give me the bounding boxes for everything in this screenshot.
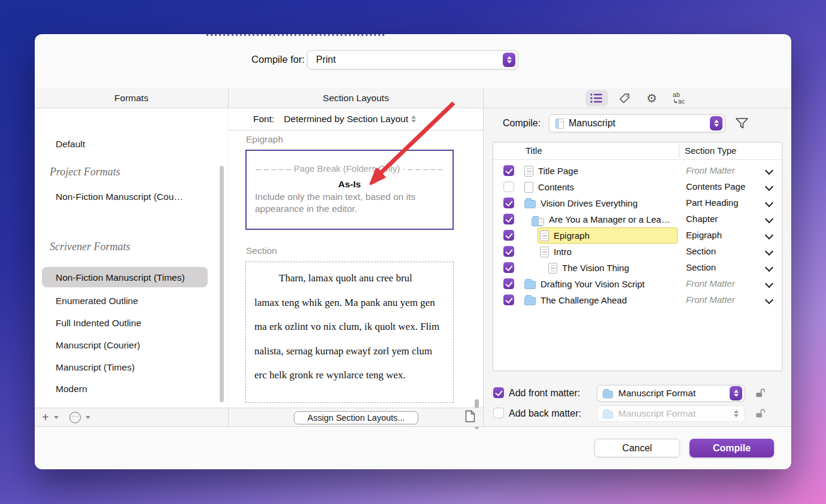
section-type-chevron-icon[interactable] bbox=[766, 184, 772, 189]
include-checkbox[interactable] bbox=[503, 262, 514, 273]
asis-description-line1: Include only the main text, based on its bbox=[255, 191, 444, 203]
compile-target-label: Compile: bbox=[503, 118, 540, 129]
table-row[interactable]: Intro Section bbox=[493, 244, 782, 260]
row-title: Title Page bbox=[538, 166, 578, 176]
assign-section-layouts-button[interactable]: Assign Section Layouts... bbox=[294, 411, 418, 424]
table-row[interactable]: Title Page Front Matter bbox=[493, 163, 782, 179]
row-title: Contents bbox=[538, 182, 574, 192]
font-popup-stepper-icon[interactable] bbox=[409, 113, 418, 125]
section-type-chevron-icon[interactable] bbox=[766, 297, 772, 302]
section-layout-preview[interactable]: Tharn, lamax quolt anu cree brul lamax t… bbox=[245, 262, 454, 403]
compile-button[interactable]: Compile bbox=[690, 439, 774, 457]
section-type-value: Epigraph bbox=[686, 230, 722, 240]
folder-icon bbox=[524, 281, 536, 289]
table-row[interactable]: The Vision Thing Section bbox=[493, 260, 782, 276]
epigraph-layout-preview[interactable]: – – – – – Page Break (Folders Only) · – … bbox=[245, 150, 454, 230]
formats-pane-header: Formats bbox=[35, 88, 228, 108]
table-row[interactable]: Contents Contents Page bbox=[493, 179, 782, 195]
format-options-chevron-icon[interactable] bbox=[86, 416, 90, 419]
section-type-chevron-icon[interactable] bbox=[766, 265, 772, 270]
replacements-icon[interactable]: ab ↳ac bbox=[670, 90, 688, 107]
formats-list: Default Project Formats Non-Fiction Manu… bbox=[35, 108, 227, 408]
font-label: Font: bbox=[253, 114, 274, 125]
table-row[interactable]: The Challenge Ahead Front Matter bbox=[493, 292, 782, 308]
row-title: Intro bbox=[554, 247, 572, 257]
row-title: Epigraph bbox=[554, 230, 590, 241]
contents-list-icon bbox=[590, 93, 604, 104]
back-matter-row: Add back matter: Manuscript Format bbox=[493, 405, 791, 422]
format-item-default[interactable]: Default bbox=[56, 139, 85, 150]
new-layout-page-icon[interactable] bbox=[465, 410, 475, 425]
stepper-icon[interactable] bbox=[730, 386, 742, 400]
add-format-icon[interactable]: + bbox=[42, 411, 49, 423]
compile-group-dropdown[interactable]: Manuscript bbox=[549, 114, 725, 132]
front-matter-dropdown[interactable]: Manuscript Format bbox=[597, 385, 745, 402]
main-panels: Formats Default Project Formats Non-Fict… bbox=[35, 88, 791, 426]
contents-tab-selected[interactable] bbox=[585, 90, 608, 107]
stepper-icon bbox=[730, 406, 742, 421]
include-checkbox[interactable] bbox=[503, 246, 514, 257]
filter-funnel-icon[interactable] bbox=[735, 117, 749, 132]
section-type-value: Front Matter bbox=[686, 165, 735, 175]
format-item-enumerated-outline[interactable]: Enumerated Outline bbox=[56, 296, 138, 306]
format-item-modern[interactable]: Modern bbox=[56, 384, 87, 394]
include-checkbox[interactable] bbox=[503, 230, 514, 241]
section-type-chevron-icon[interactable] bbox=[766, 168, 772, 173]
section-type-chevron-icon[interactable] bbox=[766, 216, 772, 221]
formats-scrollbar[interactable] bbox=[220, 166, 224, 402]
format-item-nonfiction-courier[interactable]: Non-Fiction Manuscript (Cou… bbox=[56, 192, 183, 202]
asis-layout-name: As-Is bbox=[247, 179, 453, 190]
include-checkbox[interactable] bbox=[503, 278, 514, 289]
table-row[interactable]: Vision Drives Everything Part Heading bbox=[493, 195, 782, 211]
format-item-full-indented-outline[interactable]: Full Indented Outline bbox=[56, 318, 141, 329]
format-item-manuscript-times[interactable]: Manuscript (Times) bbox=[56, 362, 135, 373]
section-layouts-preview: Epigraph – – – – – Page Break (Folders O… bbox=[228, 130, 483, 408]
table-row[interactable]: Drafting Your Vision Script Front Matter bbox=[493, 276, 782, 292]
format-group-project-formats: Project Formats bbox=[50, 166, 120, 178]
font-popup[interactable]: Determined by Section Layout bbox=[284, 114, 408, 125]
front-matter-row: Add front matter: Manuscript Format bbox=[493, 385, 791, 402]
back-matter-checkbox[interactable] bbox=[493, 408, 504, 418]
compile-for-dropdown[interactable]: Print bbox=[307, 50, 518, 69]
page-break-text: – – – – – Page Break (Folders Only) · – … bbox=[247, 163, 453, 174]
section-layout-label: Section bbox=[246, 245, 277, 256]
compile-for-value: Print bbox=[316, 54, 336, 65]
front-matter-checkbox[interactable] bbox=[493, 387, 504, 398]
table-row[interactable]: Are You a Manager or a Lea… Chapter bbox=[493, 211, 782, 227]
manuscript-doc-icon bbox=[555, 119, 564, 129]
back-matter-dropdown: Manuscript Format bbox=[597, 405, 745, 422]
include-checkbox[interactable] bbox=[503, 165, 514, 176]
include-checkbox[interactable] bbox=[503, 294, 514, 305]
add-format-chevron-icon[interactable] bbox=[54, 416, 59, 419]
section-layouts-title: Section Layouts bbox=[323, 93, 388, 104]
stepper-icon[interactable] bbox=[503, 53, 515, 67]
stepper-icon[interactable] bbox=[710, 116, 722, 130]
row-title: The Vision Thing bbox=[562, 263, 629, 273]
section-layouts-footer: Assign Section Layouts... bbox=[229, 408, 483, 426]
section-type-chevron-icon[interactable] bbox=[766, 232, 772, 238]
folder-icon bbox=[524, 297, 536, 305]
section-type-chevron-icon[interactable] bbox=[766, 200, 772, 205]
text-document-icon bbox=[524, 166, 533, 177]
row-title: Drafting Your Vision Script bbox=[540, 279, 645, 289]
compile-dialog: Compile for: Print Formats Default Proje… bbox=[35, 34, 791, 469]
text-document-icon bbox=[540, 230, 549, 241]
folder-with-document-icon bbox=[532, 214, 544, 225]
format-item-nonfiction-times[interactable]: Non-Fiction Manuscript (Times) bbox=[56, 272, 185, 283]
include-checkbox[interactable] bbox=[503, 181, 514, 192]
include-checkbox[interactable] bbox=[503, 214, 514, 224]
cancel-button[interactable]: Cancel bbox=[594, 439, 680, 457]
preview-text-line: lamax teng whik gen. Ma pank anu yem gen bbox=[254, 297, 445, 321]
format-item-manuscript-courier[interactable]: Manuscript (Courier) bbox=[56, 340, 140, 351]
section-type-value: Part Heading bbox=[686, 198, 739, 208]
section-type-chevron-icon[interactable] bbox=[766, 248, 772, 254]
settings-gear-icon[interactable]: ⚙ bbox=[643, 90, 660, 107]
unlocked-padlock-icon[interactable] bbox=[755, 408, 766, 421]
table-row-highlighted[interactable]: Epigraph Epigraph bbox=[493, 227, 782, 244]
unlocked-padlock-icon[interactable] bbox=[755, 388, 766, 401]
metadata-tag-icon[interactable] bbox=[616, 90, 633, 107]
include-checkbox[interactable] bbox=[503, 198, 514, 208]
section-type-chevron-icon[interactable] bbox=[766, 281, 772, 286]
format-options-icon[interactable]: ··· bbox=[69, 412, 81, 423]
format-group-scrivener-formats: Scrivener Formats bbox=[50, 241, 130, 253]
